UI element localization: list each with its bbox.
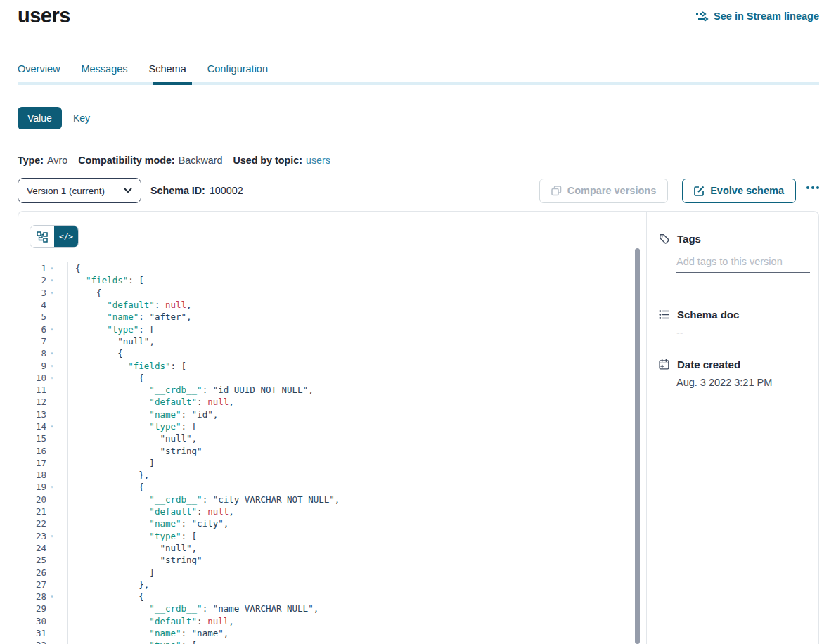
- code-line: 4 "default": null,: [18, 299, 632, 311]
- tag-icon: [658, 233, 670, 245]
- fold-toggle-icon[interactable]: ▾: [46, 350, 58, 356]
- code-view-icon: </>: [59, 232, 73, 241]
- code-text: "name": "name",: [67, 627, 229, 639]
- fold-toggle-icon[interactable]: ▾: [46, 326, 58, 333]
- schema-doc-title: Schema doc: [677, 309, 739, 321]
- meta-used-by-topic: Used by topic: users: [233, 155, 330, 166]
- code-text: "null",: [67, 335, 155, 347]
- fold-toggle-icon[interactable]: ▾: [46, 265, 58, 271]
- code-text: "string": [67, 444, 202, 456]
- code-line: 13 "name": "id",: [18, 408, 632, 420]
- line-number: 14: [18, 421, 46, 432]
- schema-id: Schema ID: 100002: [150, 185, 243, 196]
- date-created-section: Date created Aug. 3 2022 3:21 PM: [658, 359, 807, 388]
- edit-square-icon: [694, 186, 705, 196]
- line-number: 3: [18, 288, 46, 298]
- code-line: 10▾ {: [18, 372, 632, 384]
- fold-toggle-icon[interactable]: ▾: [46, 290, 58, 296]
- meta-compatibility-value: Backward: [179, 155, 223, 166]
- code-text: "default": null,: [67, 505, 234, 517]
- schema-detail-panel: </> 1▾{2▾ "fields": [3▾ {4 "default": nu…: [18, 211, 819, 644]
- code-line: 19▾ {: [18, 481, 632, 493]
- tab-messages[interactable]: Messages: [81, 63, 127, 75]
- code-text: "null",: [67, 432, 197, 444]
- code-line: 27 },: [18, 579, 632, 591]
- key-toggle-button[interactable]: Key: [73, 112, 90, 124]
- add-tags-input[interactable]: [676, 256, 810, 273]
- line-number: 13: [18, 409, 46, 420]
- code-text: "default": null,: [67, 396, 234, 408]
- compare-versions-button[interactable]: Compare versions: [539, 179, 669, 203]
- schema-info-sidebar: Tags Schema doc --: [646, 212, 818, 644]
- fold-toggle-icon[interactable]: ▾: [46, 375, 58, 381]
- meta-compatibility-label: Compatibility mode:: [78, 155, 174, 166]
- bulleted-list-icon: [658, 309, 670, 321]
- line-number: 8: [18, 348, 46, 359]
- editor-vertical-scrollbar[interactable]: [635, 248, 640, 644]
- code-text: "default": null,: [67, 615, 234, 627]
- tab-overview[interactable]: Overview: [18, 63, 60, 75]
- line-number: 26: [18, 567, 46, 578]
- code-text: "type": [: [67, 420, 197, 432]
- code-line: 30 "default": null,: [18, 615, 632, 627]
- code-line: 29 "__crdb__": "name VARCHAR NULL",: [18, 603, 632, 614]
- fold-toggle-icon[interactable]: ▾: [46, 423, 58, 430]
- tab-schema[interactable]: Schema: [149, 63, 186, 75]
- line-number: 19: [18, 482, 46, 492]
- code-text: "fields": [: [67, 359, 186, 371]
- code-text: "type": [: [67, 639, 197, 644]
- schema-doc-section: Schema doc --: [658, 309, 807, 338]
- used-by-topic-link[interactable]: users: [306, 155, 330, 166]
- fold-toggle-icon[interactable]: ▾: [46, 277, 58, 283]
- code-view-button[interactable]: </>: [54, 226, 78, 247]
- tree-view-button[interactable]: [30, 226, 54, 247]
- code-text: "name": "after",: [67, 311, 192, 323]
- line-number: 30: [18, 616, 46, 626]
- meta-type-label: Type:: [18, 155, 44, 166]
- line-number: 20: [18, 494, 46, 505]
- date-created-value: Aug. 3 2022 3:21 PM: [676, 377, 807, 388]
- fold-toggle-icon[interactable]: ▾: [46, 533, 58, 539]
- line-number: 27: [18, 579, 46, 590]
- fold-toggle-icon[interactable]: ▾: [46, 484, 58, 490]
- tags-section-header: Tags: [658, 233, 807, 245]
- line-number: 16: [18, 446, 46, 456]
- tab-underline-track: [18, 82, 819, 85]
- code-text: "name": "id",: [67, 408, 218, 420]
- meta-used-by-topic-label: Used by topic:: [233, 155, 302, 166]
- line-number: 11: [18, 385, 46, 395]
- code-line: 2▾ "fields": [: [18, 274, 632, 286]
- code-text: "name": "city",: [67, 517, 229, 529]
- code-text: ]: [67, 566, 155, 578]
- meta-type-value: Avro: [47, 155, 67, 166]
- evolve-schema-button[interactable]: Evolve schema: [682, 179, 796, 203]
- schema-code-editor[interactable]: </> 1▾{2▾ "fields": [3▾ {4 "default": nu…: [18, 212, 646, 644]
- tab-active-indicator: [153, 82, 192, 85]
- code-line: 17 ]: [18, 457, 632, 469]
- line-number: 17: [18, 458, 46, 468]
- copy-icon: [551, 186, 562, 196]
- schema-page: users See in Stream lineage Overview Mes…: [0, 0, 836, 644]
- schema-doc-header: Schema doc: [658, 309, 807, 321]
- code-text: "string": [67, 554, 202, 566]
- code-line: 7 "null",: [18, 335, 632, 347]
- tree-view-icon: [37, 231, 48, 243]
- version-dropdown[interactable]: Version 1 (current): [18, 178, 141, 203]
- code-text: {: [67, 591, 144, 603]
- line-number: 31: [18, 628, 46, 638]
- stream-lineage-link[interactable]: See in Stream lineage: [695, 11, 819, 22]
- tab-configuration[interactable]: Configuration: [207, 63, 268, 75]
- value-toggle-button[interactable]: Value: [18, 107, 62, 129]
- more-options-button[interactable]: [806, 186, 819, 189]
- code-line: 18 },: [18, 469, 632, 481]
- line-number: 2: [18, 275, 46, 285]
- code-text: {: [67, 481, 144, 493]
- fold-toggle-icon[interactable]: ▾: [46, 363, 58, 369]
- code-line: 6▾ "type": [: [18, 323, 632, 335]
- code-line: 8▾ {: [18, 347, 632, 359]
- code-line: 9▾ "fields": [: [18, 359, 632, 371]
- fold-toggle-icon[interactable]: ▾: [46, 593, 58, 600]
- line-number: 9: [18, 361, 46, 371]
- line-number: 23: [18, 531, 46, 541]
- tab-bar: Overview Messages Schema Configuration: [18, 63, 268, 75]
